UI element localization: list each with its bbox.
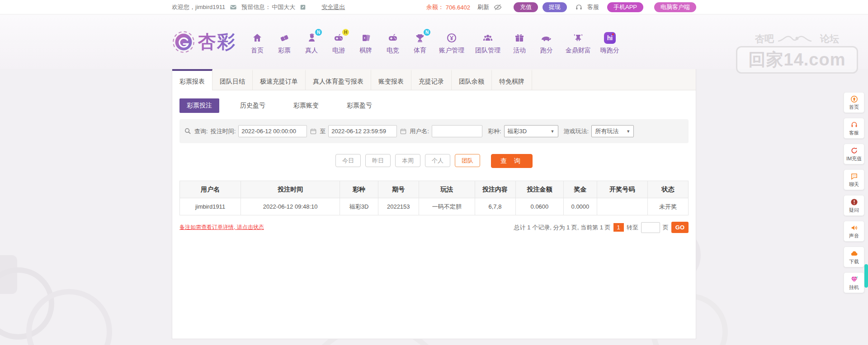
logout-link[interactable]: 安全退出 (321, 3, 345, 11)
col-lottery: 彩种 (340, 181, 378, 198)
tab-lottery-report[interactable]: 彩票报表 (172, 69, 212, 90)
username-label: 用户名: (410, 127, 429, 135)
chevron-down-icon: ▼ (551, 129, 555, 134)
cell-bet-amount: 0.0600 (515, 198, 564, 215)
col-issue: 期号 (378, 181, 419, 198)
col-username: 用户名 (180, 181, 241, 198)
nav-item-team[interactable]: 团队管理 (470, 29, 505, 55)
bet-time-label: 投注时间: (211, 127, 236, 135)
this-week-button[interactable]: 本周 (395, 154, 420, 167)
today-button[interactable]: 今日 (335, 154, 361, 167)
sidebar-item-service[interactable]: 客服 (844, 118, 864, 139)
chevron-down-icon: ▼ (626, 129, 630, 134)
subtab-history-pl[interactable]: 历史盈亏 (233, 98, 273, 113)
refresh-link[interactable]: 刷新 (477, 3, 489, 11)
yesterday-button[interactable]: 昨日 (365, 154, 391, 167)
cell-username: jimbird1911 (180, 198, 241, 215)
table-row: jimbird1911 2022-06-12 09:48:10 福彩3D 202… (180, 198, 689, 215)
calendar-icon[interactable] (400, 128, 407, 135)
nav-item-lottery[interactable]: 彩票 (271, 29, 297, 55)
team-button[interactable]: 团队 (455, 154, 480, 167)
nav-item-boardcards[interactable]: 棋牌 (353, 29, 379, 55)
balance-value: 706.6402 (446, 4, 470, 11)
nav-item-account[interactable]: 账户管理 (434, 29, 469, 55)
report-tabs: 彩票报表 团队日结 极速充提订单 真人体育盈亏报表 账变报表 充提记录 团队余额… (172, 69, 696, 90)
mobile-app-button[interactable]: 手机APP (607, 2, 643, 12)
nav-item-hipaofen[interactable]: hi 嗨跑分 (597, 29, 623, 55)
coin-icon (434, 31, 469, 45)
chat-icon (844, 172, 864, 180)
tab-team-daily[interactable]: 团队日结 (212, 69, 253, 90)
site-logo[interactable]: 杏彩 (172, 29, 236, 54)
pagination: 总计 1 个记录, 分为 1 页, 当前第 1 页 1 转至 页 GO (514, 222, 689, 233)
question-icon (844, 198, 864, 206)
logo-text: 杏彩 (198, 29, 236, 54)
bet-records-table: 用户名 投注时间 彩种 期号 玩法 投注内容 投注金额 奖金 开奖号码 状态 (179, 181, 689, 215)
tab-fast-orders[interactable]: 极速充提订单 (253, 69, 306, 90)
sidebar-item-idle[interactable]: 挂机 (844, 272, 864, 293)
lottery-type-label: 彩种: (488, 127, 501, 135)
tab-deposit-records[interactable]: 充提记录 (411, 69, 452, 90)
watermark-right: 论坛 (820, 33, 839, 45)
float-sidebar: 首页 客服 IM充值 聊天 疑问 声音 下载 (844, 92, 864, 293)
personal-button[interactable]: 个人 (425, 154, 450, 167)
recharge-button[interactable]: 充值 (514, 2, 538, 12)
subtab-lottery-pl[interactable]: 彩票盈亏 (340, 98, 379, 113)
col-play: 玩法 (419, 181, 475, 198)
cards-icon (353, 31, 379, 45)
sidebar-item-download[interactable]: 下载 (844, 247, 864, 267)
calendar-icon[interactable] (310, 128, 317, 135)
bet-time-from-input[interactable] (238, 125, 307, 137)
go-button[interactable]: GO (671, 222, 689, 233)
goto-page-input[interactable] (641, 222, 660, 233)
service-link[interactable]: 客服 (587, 3, 599, 11)
col-draw-number: 开奖号码 (597, 181, 648, 198)
sidebar-item-chat[interactable]: 聊天 (844, 169, 864, 190)
play-type-select[interactable]: 所有玩法▼ (591, 125, 634, 137)
withdraw-button[interactable]: 提现 (542, 2, 567, 12)
subtab-lottery-change[interactable]: 彩票账变 (286, 98, 326, 113)
eye-off-icon[interactable] (494, 3, 502, 11)
report-panel: 彩票报表 团队日结 极速充提订单 真人体育盈亏报表 账变报表 充提记录 团队余额… (172, 69, 696, 339)
gem-icon (844, 275, 864, 283)
table-footer: 备注如需查看订单详情, 请点击状态 总计 1 个记录, 分为 1 页, 当前第 … (179, 222, 689, 233)
tab-live-sports-pl[interactable]: 真人体育盈亏报表 (306, 69, 371, 90)
tab-team-balance[interactable]: 团队余额 (452, 69, 492, 90)
subtab-lottery-bets[interactable]: 彩票投注 (179, 98, 219, 113)
cell-status[interactable]: 未开奖 (648, 198, 689, 215)
sidebar-item-question[interactable]: 疑问 (844, 195, 864, 216)
nav-item-paofen[interactable]: 跑分 (533, 29, 560, 55)
nav-item-jinding[interactable]: 金鼎财富 (561, 29, 596, 55)
tab-account-change[interactable]: 账变报表 (371, 69, 411, 90)
bet-time-to-input[interactable] (328, 125, 397, 137)
sound-icon (844, 224, 864, 232)
scrollbar-thumb[interactable] (864, 264, 868, 288)
pagination-summary: 总计 1 个记录, 分为 1 页, 当前第 1 页 (514, 224, 611, 232)
search-button[interactable]: 查 询 (491, 154, 533, 168)
im-recharge-icon (844, 146, 864, 154)
flourish-icon (777, 33, 817, 45)
reserved-info-label: 预留信息： (241, 3, 271, 11)
nav-item-sports[interactable]: N 体育 (407, 29, 433, 55)
nav-item-promo[interactable]: 活动 (506, 29, 533, 55)
mail-icon[interactable] (230, 4, 237, 11)
sidebar-item-im-recharge[interactable]: IM充值 (844, 144, 864, 164)
nav-item-home[interactable]: 首页 (244, 29, 270, 55)
col-bet-amount: 投注金额 (515, 181, 564, 198)
nav-item-egames[interactable]: H 电游 (326, 29, 352, 55)
username-input[interactable] (432, 125, 482, 137)
nav-item-live[interactable]: N 真人 (298, 29, 325, 55)
tab-special-cards[interactable]: 特免棋牌 (492, 69, 532, 90)
current-page-badge[interactable]: 1 (613, 223, 624, 232)
edit-icon[interactable] (300, 4, 306, 10)
main-nav: 首页 彩票 N 真人 H 电游 (244, 29, 623, 55)
col-prize: 奖金 (564, 181, 597, 198)
sidebar-item-home[interactable]: 首页 (844, 92, 864, 113)
nav-item-esports[interactable]: 电竞 (380, 29, 406, 55)
sidebar-item-sound[interactable]: 声音 (844, 221, 864, 242)
headset-icon (844, 121, 864, 129)
search-icon (184, 127, 192, 135)
lottery-type-select[interactable]: 福彩3D▼ (504, 125, 558, 137)
welcome-text: 欢迎您，jimbird1911 (172, 3, 225, 11)
pc-client-button[interactable]: 电脑客户端 (654, 2, 696, 12)
